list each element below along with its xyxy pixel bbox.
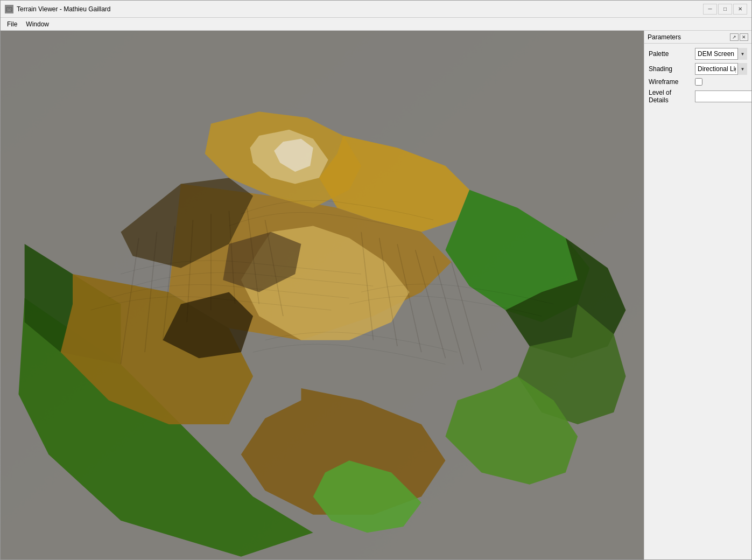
close-button[interactable]: ✕ xyxy=(733,4,747,15)
panel-close-button[interactable]: ✕ xyxy=(740,33,748,41)
palette-label: Palette xyxy=(649,50,692,58)
parameters-panel: Parameters ↗ ✕ Palette DEM Screen Graysc… xyxy=(644,31,751,559)
maximize-button[interactable]: □ xyxy=(718,4,732,15)
window-controls: ─ □ ✕ xyxy=(703,4,747,15)
lod-row: Level of Details 1.00 ▲ ▼ xyxy=(649,89,747,104)
palette-row: Palette DEM Screen Grayscale Heatmap ▼ xyxy=(649,48,747,60)
menu-file[interactable]: File xyxy=(3,19,22,29)
panel-restore-button[interactable]: ↗ xyxy=(730,33,739,41)
shading-row: Shading Directional Light Flat None ▼ xyxy=(649,63,747,75)
main-content: Parameters ↗ ✕ Palette DEM Screen Graysc… xyxy=(1,31,751,559)
viewport[interactable] xyxy=(1,31,644,559)
wireframe-row: Wireframe xyxy=(649,78,747,86)
main-window: Terrain Viewer - Mathieu Gaillard ─ □ ✕ … xyxy=(0,0,752,560)
palette-select-wrapper: DEM Screen Grayscale Heatmap ▼ xyxy=(695,48,747,60)
terrain-mesh xyxy=(1,31,644,559)
app-icon xyxy=(5,5,13,13)
title-bar: Terrain Viewer - Mathieu Gaillard ─ □ ✕ xyxy=(1,1,751,18)
menu-window[interactable]: Window xyxy=(22,19,53,29)
panel-title: Parameters xyxy=(648,33,681,41)
minimize-button[interactable]: ─ xyxy=(703,4,717,15)
lod-spinbox: 1.00 ▲ ▼ xyxy=(695,90,751,102)
svg-rect-20 xyxy=(1,31,644,559)
window-title: Terrain Viewer - Mathieu Gaillard xyxy=(17,5,703,13)
panel-controls: ↗ ✕ xyxy=(730,33,748,41)
parameters-content: Palette DEM Screen Grayscale Heatmap ▼ S… xyxy=(644,44,751,108)
palette-select[interactable]: DEM Screen Grayscale Heatmap xyxy=(695,48,747,60)
shading-select-wrapper: Directional Light Flat None ▼ xyxy=(695,63,747,75)
wireframe-label: Wireframe xyxy=(649,78,692,86)
wireframe-checkbox[interactable] xyxy=(695,78,702,86)
shading-label: Shading xyxy=(649,65,692,73)
shading-select[interactable]: Directional Light Flat None xyxy=(695,63,747,75)
lod-input[interactable]: 1.00 xyxy=(695,90,751,102)
menu-bar: File Window xyxy=(1,18,751,31)
panel-title-bar: Parameters ↗ ✕ xyxy=(644,31,751,44)
lod-label: Level of Details xyxy=(649,89,692,104)
